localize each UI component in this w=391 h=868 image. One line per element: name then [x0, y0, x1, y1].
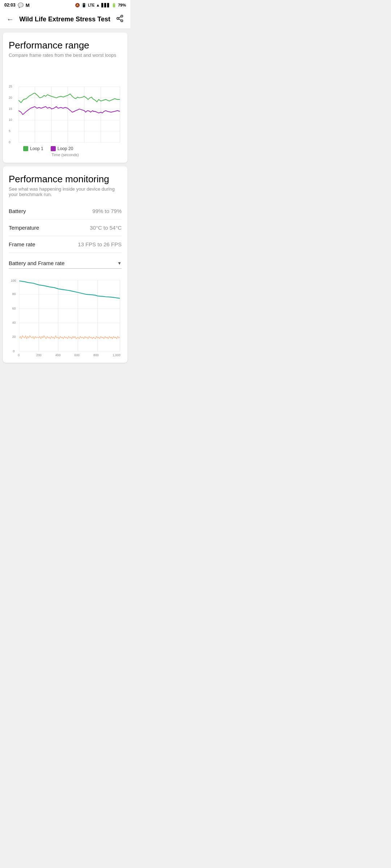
- performance-range-card: Performance range Compare frame rates fr…: [3, 33, 127, 163]
- back-icon: ←: [7, 15, 14, 23]
- battery-framerate-svg: Wild Life Extreme Stress Test 0 20 40 60…: [9, 274, 122, 357]
- svg-text:5: 5: [9, 129, 10, 133]
- legend-loop1: Loop 1: [23, 146, 43, 151]
- dropdown-label: Battery and Frame rate: [9, 260, 64, 266]
- framerate-label: Frame rate: [9, 241, 35, 247]
- loop20-color: [51, 146, 56, 151]
- notification-icon: 🔕: [75, 3, 80, 8]
- temperature-metric-row: Temperature 30°C to 54°C: [9, 220, 122, 236]
- lte-icon: LTE: [88, 3, 94, 7]
- range-chart-svg: 0 5 10 15 20 25 Frame rate 0: [9, 64, 122, 143]
- svg-text:80: 80: [12, 292, 16, 296]
- loop1-color: [23, 146, 28, 151]
- svg-text:600: 600: [74, 353, 80, 357]
- svg-point-0: [121, 15, 123, 17]
- vibrate-icon: 📳: [81, 3, 87, 8]
- performance-monitoring-card: Performance monitoring See what was happ…: [3, 166, 127, 363]
- chart-type-dropdown[interactable]: Battery and Frame rate ▼: [9, 256, 122, 269]
- page-title: Wild Life Extreme Stress Test: [15, 16, 114, 23]
- app-bar: ← Wild Life Extreme Stress Test: [0, 10, 130, 29]
- svg-text:0: 0: [13, 349, 15, 353]
- battery-value: 99% to 79%: [92, 208, 122, 214]
- framerate-metric-row: Frame rate 13 FPS to 26 FPS: [9, 236, 122, 253]
- svg-text:1,000: 1,000: [113, 353, 121, 357]
- chart-legend: Loop 1 Loop 20: [23, 146, 122, 151]
- performance-range-subtitle: Compare frame rates from the best and wo…: [9, 52, 122, 58]
- svg-text:100: 100: [11, 278, 16, 282]
- svg-point-2: [121, 20, 123, 22]
- share-icon: [116, 14, 124, 22]
- performance-range-title: Performance range: [9, 40, 122, 51]
- svg-text:0: 0: [9, 140, 10, 143]
- svg-text:15: 15: [9, 107, 12, 111]
- messenger-icon: 💬: [18, 3, 24, 8]
- status-bar: 02:03 💬 M 🔕 📳 LTE ▲ ▋▋▋ 🔋 79%: [0, 0, 130, 10]
- time-display: 02:03: [4, 3, 16, 8]
- svg-text:200: 200: [36, 353, 42, 357]
- svg-line-4: [119, 17, 121, 18]
- svg-line-3: [119, 19, 121, 20]
- svg-text:60: 60: [12, 306, 16, 310]
- share-button[interactable]: [114, 13, 125, 26]
- svg-text:40: 40: [12, 321, 16, 325]
- loop20-label: Loop 20: [58, 146, 73, 151]
- svg-text:20: 20: [9, 95, 12, 99]
- gmail-icon: M: [26, 3, 30, 8]
- temperature-label: Temperature: [9, 225, 39, 231]
- wifi-icon: ▲: [96, 3, 100, 7]
- battery-percentage: 79%: [118, 3, 126, 7]
- performance-range-chart: 0 5 10 15 20 25 Frame rate 0: [9, 64, 122, 143]
- temperature-value: 30°C to 54°C: [90, 225, 122, 231]
- battery-label: Battery: [9, 208, 26, 214]
- svg-text:25: 25: [9, 85, 12, 89]
- svg-text:0: 0: [18, 353, 20, 357]
- svg-text:800: 800: [93, 353, 99, 357]
- performance-monitoring-subtitle: See what was happening inside your devic…: [9, 186, 122, 197]
- performance-monitoring-title: Performance monitoring: [9, 174, 122, 185]
- battery-icon: 🔋: [112, 3, 117, 8]
- x-axis-label: Time (seconds): [9, 153, 122, 157]
- battery-framerate-chart: Wild Life Extreme Stress Test 0 20 40 60…: [9, 274, 122, 357]
- dropdown-arrow-icon: ▼: [117, 261, 122, 266]
- svg-point-1: [117, 17, 119, 20]
- status-left: 02:03 💬 M: [4, 3, 30, 8]
- status-right: 🔕 📳 LTE ▲ ▋▋▋ 🔋 79%: [75, 3, 126, 8]
- loop1-label: Loop 1: [30, 146, 43, 151]
- framerate-value: 13 FPS to 26 FPS: [78, 241, 122, 247]
- svg-text:20: 20: [12, 335, 16, 339]
- legend-loop20: Loop 20: [51, 146, 73, 151]
- svg-text:400: 400: [55, 353, 61, 357]
- signal-icon: ▋▋▋: [101, 3, 110, 7]
- svg-text:10: 10: [9, 118, 12, 122]
- battery-metric-row: Battery 99% to 79%: [9, 203, 122, 220]
- back-button[interactable]: ←: [5, 14, 15, 25]
